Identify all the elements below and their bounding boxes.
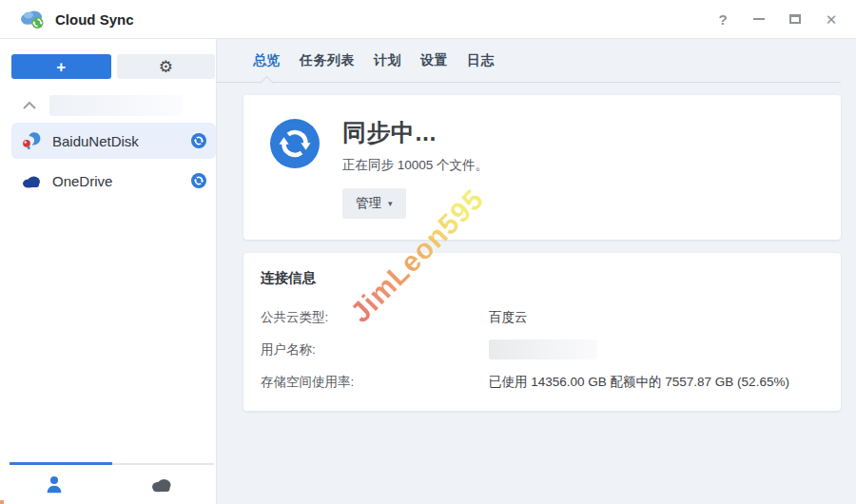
row-label: 公共云类型:: [261, 309, 489, 326]
gear-icon: ⚙: [159, 59, 173, 75]
account-item-baidunetdisk[interactable]: BaiduNetDisk: [11, 123, 216, 159]
sidebar: + ⚙ BaiduNetDisk: [0, 39, 217, 504]
row-value: 百度云: [489, 309, 528, 326]
manage-button-label: 管理: [356, 195, 381, 212]
row-value: 已使用 14356.00 GB 配额中的 7557.87 GB (52.65%): [489, 374, 789, 391]
settings-button[interactable]: ⚙: [117, 54, 216, 79]
add-connection-button[interactable]: +: [11, 54, 111, 79]
account-label: BaiduNetDisk: [52, 133, 191, 149]
onedrive-icon: [21, 170, 42, 191]
tab-divider: [217, 82, 841, 83]
sync-status-badge-icon: [191, 173, 206, 188]
person-icon: [44, 475, 65, 495]
account-label: OneDrive: [52, 173, 191, 189]
username-redacted: [489, 339, 597, 359]
account-item-onedrive[interactable]: OneDrive: [11, 163, 216, 199]
info-row-cloud-type: 公共云类型: 百度云: [261, 307, 824, 327]
connection-info-title: 连接信息: [261, 269, 824, 287]
tab-settings[interactable]: 设置: [420, 52, 448, 69]
row-label: 存储空间使用率:: [261, 374, 489, 391]
account-name-redacted: [49, 95, 183, 116]
sync-status-detail: 正在同步 10005 个文件。: [342, 157, 488, 174]
row-label: 用户名称:: [261, 341, 489, 359]
help-button[interactable]: ?: [715, 11, 730, 27]
cloud-sync-logo-icon: [19, 9, 46, 29]
baidu-netdisk-icon: [21, 130, 42, 151]
tab-bar: 总览 任务列表 计划 设置 日志: [217, 39, 856, 83]
manage-button[interactable]: 管理 ▾: [342, 188, 406, 219]
tab-overview[interactable]: 总览: [253, 52, 281, 69]
account-list: BaiduNetDisk OneDrive: [0, 123, 216, 199]
account-group-header[interactable]: [0, 94, 216, 117]
chevron-up-icon: [23, 102, 36, 109]
caret-down-icon: ▾: [388, 199, 393, 208]
minimize-button[interactable]: [751, 11, 767, 27]
footer-tab-accounts[interactable]: [0, 465, 108, 504]
connection-info-card: 连接信息 公共云类型: 百度云 用户名称: 存储空间使用率: 已使用 14356…: [243, 253, 841, 411]
info-row-storage-usage: 存储空间使用率: 已使用 14356.00 GB 配额中的 7557.87 GB…: [261, 372, 824, 392]
footer-tab-cloud[interactable]: [108, 465, 217, 504]
cloud-icon: [150, 477, 173, 493]
sync-in-progress-icon: [270, 119, 320, 168]
sync-status-badge-icon: [191, 133, 206, 148]
minimize-icon: [753, 18, 765, 20]
content-area: 总览 任务列表 计划 设置 日志: [217, 39, 856, 504]
sync-status-title: 同步中...: [342, 117, 488, 148]
tab-log[interactable]: 日志: [467, 52, 495, 69]
info-row-username: 用户名称:: [261, 339, 824, 359]
window-titlebar: Cloud Sync ? ✕: [0, 0, 856, 39]
sync-status-card: 同步中... 正在同步 10005 个文件。 管理 ▾: [243, 95, 841, 240]
sidebar-footer: [0, 462, 216, 504]
maximize-icon: [789, 14, 801, 24]
tab-task-list[interactable]: 任务列表: [300, 52, 355, 69]
window-title: Cloud Sync: [55, 11, 134, 28]
cloud-sync-window: Cloud Sync ? ✕ + ⚙: [0, 0, 856, 504]
tab-schedule[interactable]: 计划: [374, 52, 401, 69]
maximize-button[interactable]: [788, 11, 803, 27]
close-button[interactable]: ✕: [824, 11, 839, 27]
